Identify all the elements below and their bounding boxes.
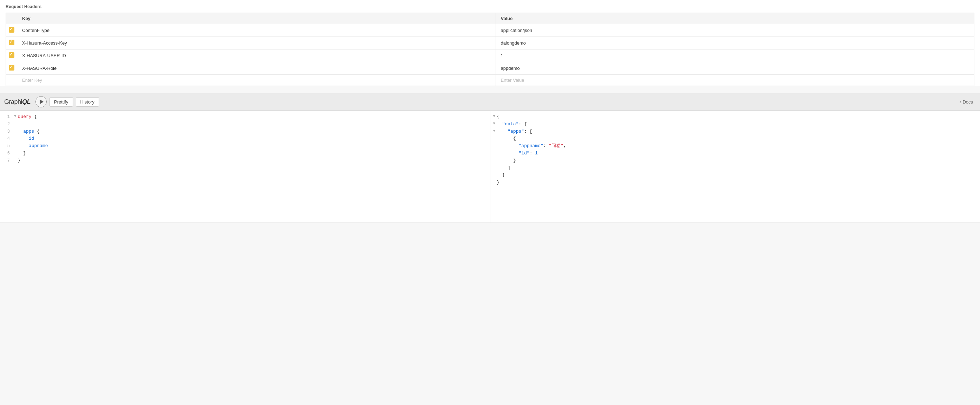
result-line-4: { — [490, 135, 980, 143]
result-line-7: } — [490, 157, 980, 165]
row-key[interactable]: Content-Type — [17, 24, 496, 37]
section-title: Request Headers — [6, 4, 974, 9]
docs-link[interactable]: ‹ Docs — [957, 98, 976, 106]
query-line-7: 7 } — [0, 157, 490, 165]
graphiql-ql: QL — [22, 98, 30, 105]
checkbox-icon[interactable] — [9, 65, 14, 70]
row-value[interactable]: appdemo — [496, 62, 974, 75]
request-headers-section: Request Headers Key Value Content-Type a… — [0, 0, 980, 86]
query-line-2: 2 — [0, 121, 490, 128]
query-editor[interactable]: 1 ▼ query { 2 3 apps { 4 — [0, 111, 490, 167]
empty-key-input[interactable]: Enter Key — [17, 75, 496, 86]
history-button[interactable]: History — [76, 97, 99, 107]
value-placeholder: Enter Value — [501, 78, 524, 83]
empty-value-input[interactable]: Enter Value — [496, 75, 974, 86]
graphiql-toolbar: GraphiQL Prettify History ‹ Docs — [0, 93, 980, 111]
result-line-1: ▼ { — [490, 113, 980, 121]
headers-table: Key Value Content-Type application/json … — [6, 13, 974, 86]
collapse-arrow-1[interactable]: ▼ — [14, 113, 16, 120]
graphiql-editor-area: 1 ▼ query { 2 3 apps { 4 — [0, 111, 980, 223]
query-line-5: 5 appname — [0, 143, 490, 150]
header-row: X-Hasura-Access-Key dalongdemo — [6, 37, 974, 49]
row-key[interactable]: X-HASURA-USER-ID — [17, 49, 496, 62]
result-panel: ▼ { ▼ "data" : { ▼ "apps" : [ { — [490, 111, 980, 222]
result-line-5: "appname" : "问卷" , — [490, 143, 980, 150]
row-value[interactable]: dalongdemo — [496, 37, 974, 49]
col-header-value: Value — [496, 13, 974, 24]
graphiql-title: GraphiQL — [4, 98, 30, 106]
prettify-button[interactable]: Prettify — [49, 97, 73, 107]
col-header-key: Key — [17, 13, 496, 24]
row-value[interactable]: 1 — [496, 49, 974, 62]
run-button[interactable] — [35, 96, 47, 107]
query-line-6: 6 } — [0, 150, 490, 157]
result-line-9: } — [490, 172, 980, 179]
query-line-3: 3 apps { — [0, 128, 490, 135]
checkbox-icon[interactable] — [9, 40, 14, 45]
query-line-1: 1 ▼ query { — [0, 113, 490, 121]
key-placeholder: Enter Key — [22, 78, 42, 83]
result-line-6: "id" : 1 — [490, 150, 980, 157]
result-line-10: } — [490, 179, 980, 186]
header-row: Content-Type application/json — [6, 24, 974, 37]
row-checkbox-cell[interactable] — [6, 62, 18, 75]
col-header-checkbox — [6, 13, 18, 24]
query-line-4: 4 id — [0, 135, 490, 143]
docs-chevron-icon: ‹ — [959, 99, 961, 105]
result-line-8: ] — [490, 165, 980, 172]
result-line-2: ▼ "data" : { — [490, 121, 980, 128]
row-key[interactable]: X-Hasura-Access-Key — [17, 37, 496, 49]
row-checkbox-cell[interactable] — [6, 24, 18, 37]
run-triangle-icon — [40, 99, 43, 104]
row-value[interactable]: application/json — [496, 24, 974, 37]
header-row: X-HASURA-USER-ID 1 — [6, 49, 974, 62]
header-row: X-HASURA-Role appdemo — [6, 62, 974, 75]
header-empty-row: Enter Key Enter Value — [6, 75, 974, 86]
row-checkbox-cell[interactable] — [6, 49, 18, 62]
empty-checkbox-cell — [6, 75, 18, 86]
checkbox-icon[interactable] — [9, 27, 14, 33]
row-checkbox-cell[interactable] — [6, 37, 18, 49]
result-display: ▼ { ▼ "data" : { ▼ "apps" : [ { — [490, 111, 980, 189]
row-key[interactable]: X-HASURA-Role — [17, 62, 496, 75]
query-panel[interactable]: 1 ▼ query { 2 3 apps { 4 — [0, 111, 490, 222]
docs-label: Docs — [963, 99, 973, 105]
checkbox-icon[interactable] — [9, 52, 14, 58]
result-line-3: ▼ "apps" : [ — [490, 128, 980, 135]
